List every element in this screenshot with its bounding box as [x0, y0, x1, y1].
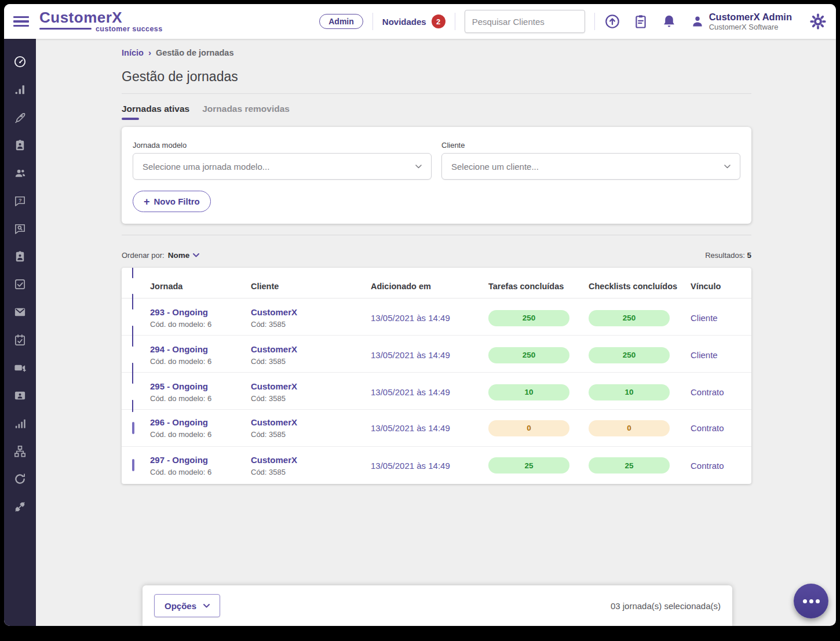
vinculo-link[interactable]: Contrato — [691, 423, 751, 433]
sidebar-item-plug[interactable] — [4, 500, 36, 514]
bell-icon[interactable] — [661, 13, 677, 30]
jornada-link[interactable]: 293 - Ongoing — [150, 307, 251, 318]
divider — [122, 235, 751, 235]
added-date: 13/05/2021 às 14:49 — [371, 313, 488, 323]
column-adicionado-em: Adicionado em — [371, 282, 488, 291]
cliente-link[interactable]: CustomerX — [251, 417, 371, 428]
jornada-code: Cód. do modelo: 6 — [150, 357, 251, 366]
sidebar-item-calendar-check[interactable] — [4, 333, 36, 347]
plus-icon: + — [144, 196, 150, 207]
sidebar-item-bar-chart[interactable] — [4, 83, 36, 97]
user-menu[interactable]: CustomerX Admin CustomerX Software — [690, 12, 792, 32]
opcoes-button[interactable]: Opções — [154, 594, 220, 617]
novo-filtro-button[interactable]: + Novo Filtro — [133, 191, 211, 212]
sidebar-item-dashboard[interactable] — [4, 55, 36, 69]
tarefas-badge: 250 — [488, 347, 569, 363]
checklists-badge: 10 — [589, 384, 670, 400]
selection-count-text: 03 jornada(s) selecionada(s) — [611, 601, 721, 611]
added-date: 13/05/2021 às 14:49 — [371, 423, 488, 433]
sidebar-item-contact-card[interactable] — [4, 389, 36, 403]
calendar-check-icon — [13, 333, 27, 347]
sidebar-item-signal-bars[interactable] — [4, 417, 36, 431]
jornada-link[interactable]: 297 - Ongoing — [150, 455, 251, 465]
tab-jornadas-removidas[interactable]: Jornadas removidas — [202, 104, 290, 120]
sort-label: Ordenar por: — [122, 251, 165, 260]
checklists-badge: 250 — [589, 310, 670, 326]
sidebar-item-task-check[interactable] — [4, 278, 36, 292]
table-row: 297 - Ongoing Cód. do modelo: 6 Customer… — [122, 447, 751, 484]
sidebar-item-chat-search[interactable] — [4, 222, 36, 236]
more-options-fab[interactable] — [794, 584, 828, 618]
signal-bars-icon — [13, 417, 27, 430]
plug-icon — [13, 500, 27, 513]
chat-search-icon — [13, 222, 27, 235]
search-input[interactable] — [465, 10, 585, 33]
vinculo-link[interactable]: Contrato — [691, 387, 751, 397]
hamburger-menu-icon[interactable] — [13, 16, 29, 27]
journeys-table: Jornada Cliente Adicionado em Tarefas co… — [122, 268, 751, 484]
cliente-link[interactable]: CustomerX — [251, 381, 371, 392]
table-row: 296 - Ongoing Cód. do modelo: 6 Customer… — [122, 410, 751, 447]
sidebar-item-id-badge[interactable] — [4, 139, 36, 152]
sidebar-item-sitemap[interactable] — [4, 445, 36, 458]
cliente-link[interactable]: CustomerX — [251, 455, 371, 465]
row-checkbox[interactable] — [132, 297, 150, 338]
sidebar-item-sync[interactable] — [4, 472, 36, 486]
selection-footer-bar: Opções 03 jornada(s) selecionada(s) — [143, 585, 732, 626]
sidebar-item-id-badge-2[interactable] — [4, 250, 36, 264]
list-controls: Ordenar por: Nome Resultados: 5 — [122, 251, 751, 260]
clipboard-icon[interactable] — [633, 13, 649, 30]
table-row: 293 - Ongoing Cód. do modelo: 6 Customer… — [122, 298, 751, 336]
tarefas-badge: 25 — [488, 457, 569, 474]
row-checkbox[interactable] — [132, 334, 150, 375]
cliente-select[interactable]: Selecione um cliente... — [441, 153, 740, 180]
tab-jornadas-ativas[interactable]: Jornadas ativas — [122, 104, 189, 120]
cliente-link[interactable]: CustomerX — [251, 307, 371, 318]
chevron-down-icon — [203, 604, 210, 608]
vinculo-link[interactable]: Cliente — [691, 350, 751, 360]
jornada-link[interactable]: 296 - Ongoing — [150, 417, 251, 428]
sidebar-item-people[interactable] — [4, 166, 36, 180]
admin-badge[interactable]: Admin — [319, 14, 363, 29]
novidades-link[interactable]: Novidades 2 — [382, 14, 445, 28]
dashboard-icon — [13, 55, 27, 68]
tabs: Jornadas ativas Jornadas removidas — [122, 104, 751, 120]
customerx-logo[interactable]: CustomerX customer success — [39, 10, 163, 33]
jornada-link[interactable]: 295 - Ongoing — [150, 381, 251, 392]
chevron-down-icon — [193, 253, 199, 257]
cliente-link[interactable]: CustomerX — [251, 344, 371, 355]
breadcrumb-home[interactable]: Início — [122, 48, 144, 57]
sync-icon — [13, 472, 27, 486]
sidebar-item-chat-question[interactable]: ? — [4, 194, 36, 208]
chat-question-icon: ? — [13, 194, 27, 207]
jornada-code: Cód. do modelo: 6 — [150, 430, 251, 439]
column-vinculo: Vínculo — [691, 282, 751, 291]
row-checkbox[interactable] — [132, 372, 150, 412]
gear-icon[interactable] — [809, 13, 827, 30]
cliente-code: Cód: 3585 — [251, 468, 371, 476]
jornada-code: Cód. do modelo: 6 — [150, 320, 251, 329]
row-checkbox[interactable] — [132, 422, 134, 434]
vinculo-link[interactable]: Cliente — [691, 313, 751, 323]
sidebar-item-rocket[interactable] — [4, 111, 36, 125]
upload-icon[interactable] — [604, 13, 620, 30]
row-checkbox[interactable] — [132, 459, 134, 471]
column-checklists: Checklists concluídos — [589, 282, 691, 291]
jornada-modelo-select[interactable]: Selecione uma jornada modelo... — [133, 153, 432, 180]
contact-card-icon — [13, 389, 27, 402]
jornada-modelo-placeholder: Selecione uma jornada modelo... — [143, 162, 269, 172]
sidebar-item-mail[interactable] — [4, 305, 36, 319]
person-icon — [690, 14, 705, 29]
jornada-link[interactable]: 294 - Ongoing — [150, 344, 251, 355]
sidebar-item-video-plus[interactable] — [4, 361, 36, 375]
divider — [594, 13, 595, 30]
chevron-down-icon — [724, 165, 731, 169]
logo-tagline: customer success — [96, 25, 163, 33]
sort-dropdown[interactable]: Ordenar por: Nome — [122, 251, 199, 260]
chevron-down-icon — [415, 165, 422, 169]
more-dots-icon — [803, 599, 807, 603]
vinculo-link[interactable]: Contrato — [691, 461, 751, 471]
logo-brand-text: CustomerX — [39, 10, 163, 24]
cliente-code: Cód: 3585 — [251, 320, 371, 329]
cliente-code: Cód: 3585 — [251, 394, 371, 403]
